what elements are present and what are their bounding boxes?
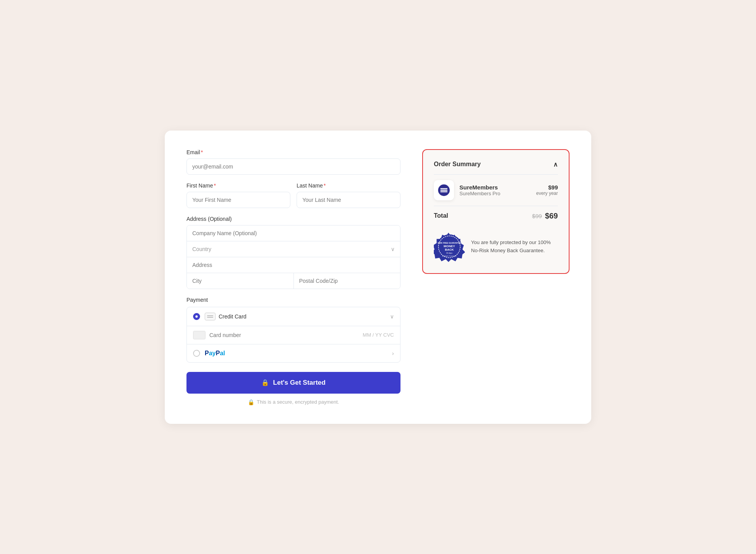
email-required: * xyxy=(201,149,203,155)
total-original-price: $99 xyxy=(532,213,542,219)
form-section: Email* First Name* Last Name* Address (O… xyxy=(186,149,400,405)
money-back-text: You are fully protected by our 100% No-R… xyxy=(471,239,558,255)
first-name-label: First Name* xyxy=(186,182,290,189)
card-icon-lines xyxy=(207,315,213,318)
last-name-label: Last Name* xyxy=(297,182,400,189)
city-input[interactable] xyxy=(187,273,294,289)
order-summary-toggle-icon[interactable] xyxy=(553,161,558,168)
suremembers-icon xyxy=(438,184,450,196)
paypal-logo: P ay P al xyxy=(205,350,225,357)
card-icon xyxy=(205,313,216,320)
svg-text:BACK: BACK xyxy=(445,248,454,251)
cta-label: Let's Get Started xyxy=(273,379,325,387)
country-row: Country ∨ xyxy=(187,241,400,257)
order-divider-1 xyxy=(434,174,558,175)
product-price-period: every year xyxy=(536,191,558,196)
product-row: SureMembers SureMembers Pro $99 every ye… xyxy=(434,180,558,200)
svg-text:MONEY: MONEY xyxy=(444,244,455,248)
secure-label: This is a secure, encrypted payment. xyxy=(257,399,339,405)
email-label: Email* xyxy=(186,149,400,155)
address-label: Address (Optional) xyxy=(186,216,400,222)
paypal-text-al: al xyxy=(220,350,225,357)
checkout-card: Email* First Name* Last Name* Address (O… xyxy=(165,131,591,424)
card-number-input[interactable] xyxy=(209,332,359,338)
credit-card-radio[interactable] xyxy=(193,313,200,320)
address-row xyxy=(187,257,400,273)
payment-field-group: Payment Credit Card ∨ xyxy=(186,297,400,363)
shield-icon: 🔒 xyxy=(248,399,254,405)
credit-card-text: Credit Card xyxy=(219,313,247,320)
secure-text: 🔒 This is a secure, encrypted payment. xyxy=(186,399,400,405)
first-name-required: * xyxy=(214,182,216,189)
credit-card-label: Credit Card xyxy=(205,313,390,320)
svg-text:30 days: 30 days xyxy=(446,252,453,254)
last-name-field-group: Last Name* xyxy=(297,182,400,208)
address-block: Country ∨ xyxy=(186,225,400,289)
total-discounted-price: $69 xyxy=(545,212,558,220)
country-select[interactable]: Country xyxy=(187,241,400,257)
product-info: SureMembers SureMembers Pro xyxy=(459,184,531,196)
credit-card-chevron-icon: ∨ xyxy=(390,313,394,320)
last-name-required: * xyxy=(324,182,326,189)
order-divider-2 xyxy=(434,206,558,206)
company-input[interactable] xyxy=(187,225,400,241)
product-icon-box xyxy=(434,180,454,200)
address-field-group: Address (Optional) Country ∨ xyxy=(186,216,400,289)
money-back-badge-icon: RISK FREE GUARANTEE MONEY BACK 30 days A… xyxy=(434,231,465,262)
product-name: SureMembers xyxy=(459,184,531,191)
order-summary-title: Order Summary xyxy=(434,161,481,168)
total-row: Total $99 $69 xyxy=(434,212,558,220)
address-input[interactable] xyxy=(187,257,400,273)
paypal-chevron-icon: › xyxy=(392,350,394,356)
credit-card-option[interactable]: Credit Card ∨ xyxy=(187,307,400,326)
payment-block: Credit Card ∨ MM / YY CVC P ay P xyxy=(186,307,400,363)
paypal-text-p2: P xyxy=(216,350,220,357)
product-price-amount: $99 xyxy=(536,184,558,191)
card-number-row: MM / YY CVC xyxy=(187,326,400,344)
company-row xyxy=(187,225,400,241)
svg-text:RISK FREE GUARANTEE: RISK FREE GUARANTEE xyxy=(438,242,461,244)
last-name-input[interactable] xyxy=(297,192,400,208)
order-section: Order Summary SureMembers SureMembers Pr xyxy=(422,149,570,405)
city-zip-row xyxy=(187,273,400,289)
email-field-group: Email* xyxy=(186,149,400,175)
money-back-section: RISK FREE GUARANTEE MONEY BACK 30 days A… xyxy=(434,231,558,262)
order-summary-header: Order Summary xyxy=(434,161,558,168)
order-summary-box: Order Summary SureMembers SureMembers Pr xyxy=(422,149,570,274)
payment-label: Payment xyxy=(186,297,400,303)
paypal-text-ay: ay xyxy=(209,350,216,357)
first-name-input[interactable] xyxy=(186,192,290,208)
card-placeholder-icon xyxy=(193,331,205,339)
name-row: First Name* Last Name* xyxy=(186,182,400,216)
paypal-text-p: P xyxy=(205,350,209,357)
total-label: Total xyxy=(434,212,448,219)
cta-button[interactable]: 🔒 Let's Get Started xyxy=(186,372,400,394)
zip-input[interactable] xyxy=(294,273,400,289)
card-line-2 xyxy=(207,317,213,318)
paypal-radio[interactable] xyxy=(193,350,200,357)
card-date-cvc: MM / YY CVC xyxy=(363,332,394,338)
first-name-field-group: First Name* xyxy=(186,182,290,208)
svg-text:Authentic Guarantee: Authentic Guarantee xyxy=(442,255,457,257)
total-prices: $99 $69 xyxy=(532,212,558,220)
paypal-option[interactable]: P ay P al › xyxy=(187,344,400,362)
lock-icon: 🔒 xyxy=(261,379,269,386)
product-price: $99 every year xyxy=(536,184,558,196)
card-line-1 xyxy=(207,315,213,316)
product-sub: SureMembers Pro xyxy=(459,191,531,196)
email-input[interactable] xyxy=(186,158,400,175)
